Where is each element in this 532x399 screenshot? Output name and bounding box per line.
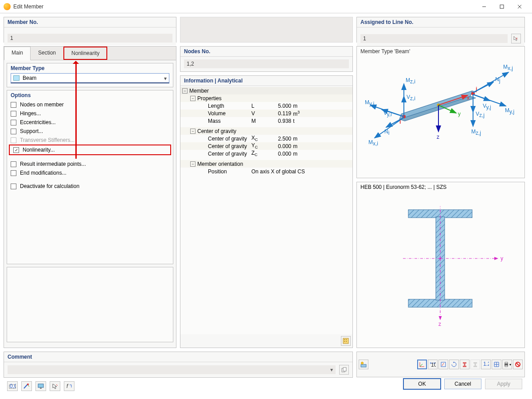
- svg-text:My,j: My,j: [505, 107, 514, 115]
- svg-point-58: [439, 258, 441, 259]
- tree-toggle-member[interactable]: −: [182, 88, 188, 94]
- svg-rect-5: [344, 339, 345, 340]
- option-hinges[interactable]: Hinges...: [7, 109, 173, 118]
- tab-main[interactable]: Main: [4, 47, 31, 60]
- svg-rect-7: [344, 341, 345, 342]
- svg-point-79: [27, 383, 29, 385]
- svg-rect-74: [505, 365, 508, 367]
- member-type-color-swatch: [13, 75, 20, 81]
- svg-rect-68: [473, 362, 477, 364]
- toolbar-reset-button[interactable]: [513, 360, 523, 369]
- title-bar: Edit Member: [0, 0, 532, 13]
- toolbar-section-button[interactable]: [460, 360, 469, 369]
- member-type-preview-header: Member Type 'Beam': [357, 47, 524, 56]
- svg-text:1.23: 1.23: [483, 361, 489, 367]
- svg-rect-66: [464, 364, 466, 366]
- option-deactivate[interactable]: Deactivate for calculation: [7, 182, 173, 191]
- tab-nonlinearity[interactable]: Nonlinearity: [63, 47, 107, 60]
- cancel-button[interactable]: Cancel: [444, 379, 481, 389]
- toolbar-extended-view-button[interactable]: [359, 360, 368, 369]
- toolbar-print-button[interactable]: ▾: [502, 360, 512, 369]
- blank-top-panel: [180, 17, 353, 43]
- svg-rect-81: [40, 387, 42, 389]
- footer-pick-button[interactable]: [50, 381, 60, 391]
- left-blank-panel: [7, 267, 173, 342]
- svg-text:Vz,j: Vz,j: [476, 111, 485, 118]
- tree-toggle-orientation[interactable]: −: [190, 161, 196, 167]
- svg-text:z: z: [438, 321, 441, 327]
- comment-copy-button[interactable]: [339, 365, 349, 375]
- toolbar-axes-button[interactable]: [417, 360, 427, 369]
- footer-units-button[interactable]: 0,00: [7, 381, 18, 391]
- svg-text:f: f: [66, 383, 69, 389]
- ok-button[interactable]: OK: [403, 379, 441, 389]
- svg-rect-80: [38, 384, 43, 387]
- toolbar-dimensions-button[interactable]: 100: [428, 360, 438, 369]
- toolbar-grid-button[interactable]: [492, 360, 501, 369]
- option-support[interactable]: Support...: [7, 127, 173, 136]
- svg-text:Vz,i: Vz,i: [407, 94, 415, 102]
- section-preview-header: HEB 500 | Euronorm 53-62; ... | SZS: [357, 182, 524, 192]
- section-preview: y z: [357, 192, 524, 328]
- minimize-button[interactable]: [475, 0, 493, 13]
- svg-text:Mx,j: Mx,j: [503, 64, 513, 71]
- svg-text:Mz,i: Mz,i: [406, 77, 415, 85]
- member-type-preview: x y z Mz,i Vz,i Vy,i My,i Ni: [357, 56, 524, 172]
- maximize-button[interactable]: [493, 0, 511, 13]
- nodes-no-label: Nodes No.: [180, 47, 352, 57]
- member-no-label: Member No.: [4, 17, 176, 27]
- toolbar-member-local-button[interactable]: [438, 360, 448, 369]
- footer-function-button[interactable]: f: [64, 381, 74, 391]
- close-button[interactable]: [511, 0, 528, 13]
- assigned-line-input[interactable]: [360, 34, 508, 43]
- svg-text:Mx,i: Mx,i: [368, 139, 378, 147]
- option-end-modifications[interactable]: End modifications...: [7, 168, 173, 177]
- member-no-input[interactable]: [8, 34, 172, 43]
- left-tabs: Main Section Nonlinearity: [4, 47, 176, 60]
- tree-toggle-cog[interactable]: −: [190, 129, 196, 134]
- svg-text:y: y: [501, 255, 503, 262]
- option-result-intermediate[interactable]: Result intermediate points...: [7, 160, 173, 168]
- footer-view-button[interactable]: [35, 381, 46, 391]
- comment-input[interactable]: [8, 365, 336, 374]
- footer-member-button[interactable]: [21, 381, 32, 391]
- member-type-select[interactable]: Beam ▾: [11, 73, 169, 83]
- info-analytical-label: Information | Analytical: [180, 76, 352, 86]
- svg-text:0,00: 0,00: [10, 383, 16, 389]
- tree-toggle-properties[interactable]: −: [190, 96, 196, 101]
- toolbar-values-button[interactable]: 1.23: [481, 360, 491, 369]
- chevron-down-icon[interactable]: ▾: [330, 367, 333, 373]
- units-settings-button[interactable]: [341, 336, 351, 346]
- annotation-arrow: [75, 62, 77, 159]
- window-title: Edit Member: [13, 4, 475, 10]
- svg-rect-65: [463, 362, 466, 364]
- member-type-label: Member Type: [7, 63, 173, 73]
- tab-section[interactable]: Section: [31, 47, 63, 60]
- svg-rect-61: [361, 364, 366, 367]
- comment-label: Comment: [4, 352, 352, 362]
- svg-text:y: y: [458, 111, 461, 117]
- svg-text:Mz,j: Mz,j: [471, 129, 481, 136]
- svg-text:x: x: [467, 95, 469, 101]
- nodes-no-input[interactable]: [184, 59, 349, 68]
- option-eccentricities[interactable]: Eccentricities...: [7, 118, 173, 127]
- chevron-down-icon: ▾: [164, 75, 167, 82]
- apply-button: Apply: [485, 379, 522, 389]
- option-nonlinearity[interactable]: Nonlinearity...: [9, 145, 171, 155]
- option-transverse-stiffeners: Transverse Stiffeners...: [7, 136, 173, 145]
- svg-point-62: [361, 362, 364, 364]
- svg-rect-64: [441, 362, 446, 367]
- option-nodes-on-member[interactable]: Nodes on member: [7, 100, 173, 109]
- svg-line-37: [473, 72, 509, 93]
- pick-line-button[interactable]: [511, 34, 521, 43]
- app-icon: [4, 3, 11, 10]
- svg-rect-60: [343, 368, 346, 371]
- svg-text:z: z: [437, 134, 439, 140]
- toolbar-rotate-button[interactable]: [449, 360, 459, 369]
- svg-line-82: [56, 384, 58, 386]
- svg-rect-8: [346, 341, 347, 342]
- svg-text:i: i: [399, 119, 401, 125]
- svg-text:100: 100: [431, 362, 436, 368]
- options-label: Options: [7, 90, 173, 100]
- svg-rect-67: [463, 366, 466, 367]
